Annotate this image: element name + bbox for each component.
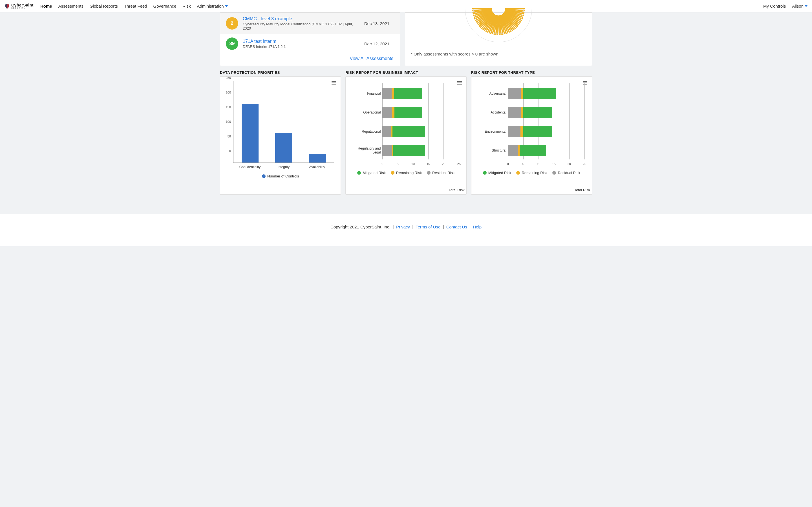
x-tick-label: 15: [552, 162, 555, 166]
legend-item: Remaining Risk: [516, 171, 547, 175]
assessment-row[interactable]: 89171A test interimDFARS Interim 171A 1.…: [220, 34, 400, 53]
footer-privacy-link[interactable]: Privacy: [396, 224, 410, 229]
category-label: Environmental: [477, 129, 506, 133]
sunburst-panel: * Only assessments with scores > 0 are s…: [405, 12, 592, 66]
bar-segment: [392, 145, 394, 156]
view-all-assessments-link[interactable]: View All Assessments: [350, 56, 393, 61]
chevron-down-icon: [805, 5, 808, 7]
x-tick-label: 25: [583, 162, 586, 166]
brand-logo: CyberSaint SECURITY: [4, 3, 34, 9]
legend-item: Mitigated Risk: [483, 171, 511, 175]
nav-right: My Controls Alison: [763, 4, 808, 8]
x-tick-label: 25: [457, 162, 461, 166]
nav-home[interactable]: Home: [40, 4, 52, 8]
legend-item: Residual Risk: [552, 171, 580, 175]
footer-help-link[interactable]: Help: [473, 224, 481, 229]
assessment-title-link[interactable]: CMMC - level 3 example: [243, 16, 360, 21]
x-axis-label: Total Risk: [574, 188, 590, 192]
bar-segment: [394, 88, 422, 99]
chart-card-business-impact: 0510152025FinancialOperationalReputation…: [345, 76, 466, 194]
bar-segment: [523, 88, 556, 99]
x-tick-label: 10: [411, 162, 415, 166]
bar-segment: [523, 126, 552, 137]
legend-item: Residual Risk: [427, 171, 455, 175]
bar-segment: [382, 107, 392, 118]
page-footer: Copyright 2021 CyberSaint, Inc. | Privac…: [0, 214, 812, 246]
x-tick-label: 20: [567, 162, 571, 166]
assessment-title-link[interactable]: 171A test interim: [243, 39, 360, 44]
bar-segment: [520, 145, 546, 156]
brand-name: CyberSaint: [11, 3, 34, 7]
bar-segment: [395, 107, 422, 118]
score-badge: 2: [226, 17, 238, 30]
assessment-date: Dec 13, 2021: [364, 21, 395, 26]
nav-governance[interactable]: Governance: [153, 4, 176, 8]
nav-my-controls[interactable]: My Controls: [763, 4, 786, 8]
bar-segment: [521, 107, 523, 118]
chart-title-business-impact: RISK REPORT FOR BUSINESS IMPACT: [345, 70, 466, 75]
legend-item: Number of Controls: [262, 174, 299, 178]
chart-title-threat-type: RISK REPORT FOR THREAT TYPE: [471, 70, 592, 75]
chart-legend: Number of Controls: [224, 174, 337, 178]
x-tick-label: Integrity: [277, 165, 290, 169]
nav-assessments[interactable]: Assessments: [58, 4, 84, 8]
bar: [275, 133, 292, 163]
bar-segment: [392, 107, 395, 118]
x-tick-label: Availability: [309, 165, 325, 169]
chevron-down-icon: [225, 5, 228, 7]
bar-segment: [521, 88, 523, 99]
bar-segment: [508, 145, 518, 156]
x-tick-label: 10: [537, 162, 540, 166]
bar-segment: [518, 145, 520, 156]
bar: [242, 104, 259, 163]
hbar-chart-threat: 0510152025AdversarialAccidentalEnvironme…: [477, 83, 586, 168]
assessment-date: Dec 12, 2021: [364, 41, 395, 46]
brand-subtitle: SECURITY: [11, 7, 34, 9]
bar-segment: [508, 88, 521, 99]
x-tick-label: Confidentiality: [239, 165, 260, 169]
assessments-panel: 2CMMC - level 3 exampleCybersecurity Mat…: [220, 12, 400, 66]
svg-line-23: [498, 15, 498, 35]
x-tick-label: 20: [442, 162, 445, 166]
bar-segment: [382, 126, 391, 137]
category-label: Structural: [477, 149, 506, 152]
chart-card-data-protection: 050100150200250ConfidentialityIntegrityA…: [220, 76, 341, 194]
category-label: Adversarial: [477, 92, 506, 96]
x-tick-label: 0: [382, 162, 383, 166]
bar-segment: [520, 126, 523, 137]
bar-segment: [382, 88, 392, 99]
bar-segment: [523, 107, 552, 118]
bar-segment: [508, 107, 521, 118]
bar-chart: 050100150200250ConfidentialityIntegrityA…: [232, 81, 334, 171]
footer-terms-link[interactable]: Terms of Use: [416, 224, 441, 229]
assessment-row[interactable]: 2CMMC - level 3 exampleCybersecurity Mat…: [220, 13, 400, 34]
score-badge: 89: [226, 38, 238, 50]
category-label: Reputational: [351, 129, 380, 133]
category-label: Operational: [351, 110, 380, 114]
sunburst-chart: [445, 0, 552, 49]
nav-administration[interactable]: Administration: [197, 4, 227, 8]
bar-segment: [393, 126, 425, 137]
assessment-subtitle: DFARS Interim 171A 1.2.1: [243, 45, 360, 49]
footer-contact-link[interactable]: Contact Us: [446, 224, 467, 229]
bar: [309, 154, 326, 163]
x-tick-label: 15: [426, 162, 430, 166]
legend-item: Mitigated Risk: [357, 171, 386, 175]
x-tick-label: 5: [397, 162, 399, 166]
top-navbar: CyberSaint SECURITY Home Assessments Glo…: [0, 0, 812, 12]
category-label: Financial: [351, 92, 380, 96]
chart-legend: Mitigated RiskRemaining RiskResidual Ris…: [350, 171, 462, 175]
chart-legend: Mitigated RiskRemaining RiskResidual Ris…: [475, 171, 588, 175]
nav-threat-feed[interactable]: Threat Feed: [124, 4, 147, 8]
nav-user-menu[interactable]: Alison: [792, 4, 808, 8]
legend-item: Remaining Risk: [391, 171, 422, 175]
x-axis-label: Total Risk: [449, 188, 464, 192]
nav-global-reports[interactable]: Global Reports: [90, 4, 118, 8]
bar-segment: [508, 126, 520, 137]
footer-copyright: Copyright 2021 CyberSaint, Inc.: [331, 224, 391, 229]
x-tick-label: 0: [507, 162, 509, 166]
nav-risk[interactable]: Risk: [183, 4, 191, 8]
category-label: Regulatory and Legal: [351, 147, 380, 154]
nav-links: Home Assessments Global Reports Threat F…: [40, 4, 228, 8]
bar-segment: [393, 145, 425, 156]
